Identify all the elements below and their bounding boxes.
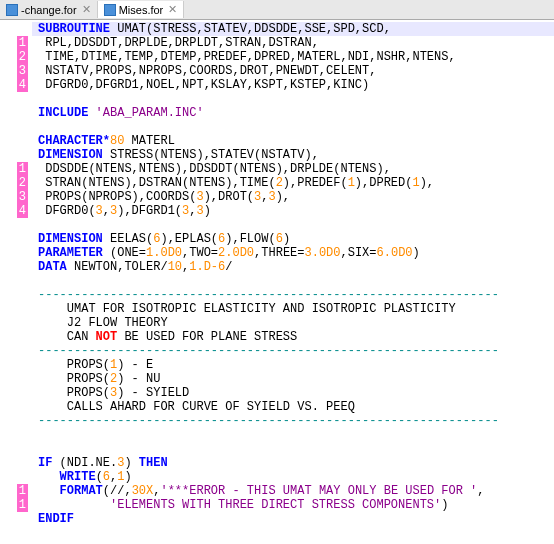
- close-icon[interactable]: ✕: [82, 3, 91, 16]
- code-editor[interactable]: SUBROUTINE UMAT(STRESS,STATEV,DDSDDE,SSE…: [0, 20, 554, 526]
- tab-label: Mises.for: [119, 4, 164, 16]
- file-icon: [6, 4, 18, 16]
- close-icon[interactable]: ✕: [168, 3, 177, 16]
- file-icon: [104, 4, 116, 16]
- tab-bar: -change.for ✕ Mises.for ✕: [0, 0, 554, 20]
- tab-label: -change.for: [21, 4, 77, 16]
- tab-mises[interactable]: Mises.for ✕: [98, 1, 185, 18]
- tab-change[interactable]: -change.for ✕: [0, 1, 98, 18]
